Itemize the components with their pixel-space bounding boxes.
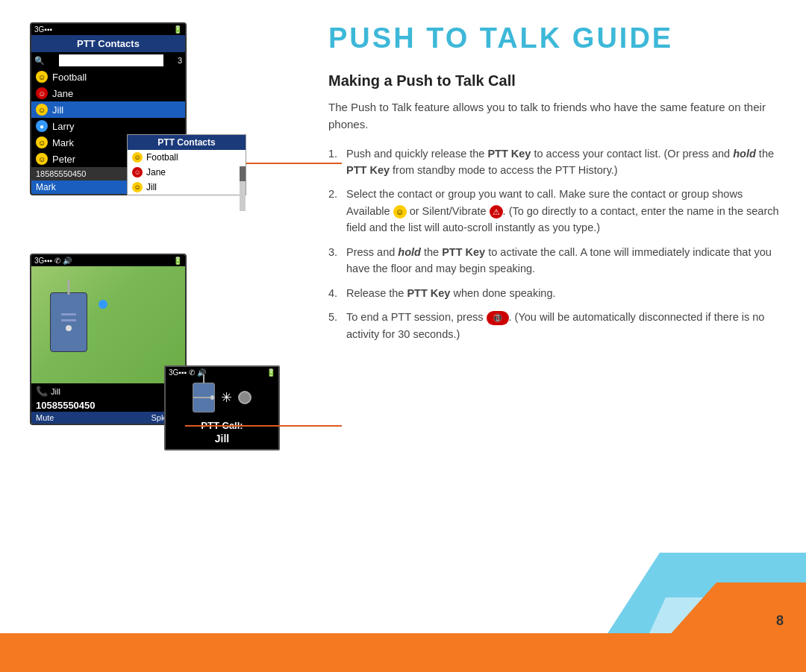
walkie-antenna <box>68 280 70 295</box>
section-heading: Making a Push to Talk Call <box>328 72 784 90</box>
phone1-title: PTT Contacts <box>31 35 185 52</box>
larry-icon: ● <box>36 120 48 132</box>
jill-icon: ☺ <box>36 104 48 116</box>
phone1-status-bar: 3G▪▪▪ 🔋 <box>31 24 185 35</box>
contact-jill-name: Jill <box>52 104 63 116</box>
phone1-battery: 🔋 <box>173 25 182 34</box>
blue-dot <box>99 300 107 309</box>
ptt-popup-title: PTT Contacts <box>128 135 246 150</box>
step1-pttkey2: PTT Key <box>346 164 390 176</box>
phone2-signal: 3G▪▪▪ ✆ 🔊 <box>34 257 72 265</box>
step1-pttkey1: PTT Key <box>487 148 531 160</box>
search-icon: 🔍 <box>34 56 45 66</box>
phone2-battery: 🔋 <box>173 257 182 265</box>
step-3-num: 3. <box>328 244 337 260</box>
step-5-num: 5. <box>328 309 337 325</box>
popup-jill[interactable]: ☺ Jill <box>128 180 246 195</box>
contact-mark-name: Mark <box>52 137 74 148</box>
phone1-search-count: 3 <box>178 56 182 65</box>
mark-icon: ☺ <box>36 136 48 148</box>
step-4-num: 4. <box>328 285 337 301</box>
ptt-call-battery: 🔋 <box>266 368 275 377</box>
contact-peter-name: Peter <box>52 154 75 165</box>
step4-pttkey: PTT Key <box>407 287 450 299</box>
ptt-call-signal: 3G▪▪▪ ✆ 🔊 <box>169 368 206 377</box>
page-title: PUSH TO TALK GUIDE <box>328 22 784 54</box>
contact-football: ☺ Football <box>31 69 185 85</box>
football-icon: ☺ <box>36 71 48 83</box>
popup-football-name: Football <box>146 152 178 163</box>
device-button <box>210 395 214 400</box>
contact-larry-name: Larry <box>52 121 75 132</box>
contact-football-name: Football <box>52 72 87 83</box>
phone-screen-2: 3G▪▪▪ ✆ 🔊 🔋 📞 Jill 10585550450 Mute Spk.… <box>30 254 187 425</box>
walkie-button <box>66 325 72 331</box>
popup-football-icon: ☺ <box>132 152 143 163</box>
silent-icon: ⚠ <box>490 205 503 219</box>
popup-jill-icon: ☺ <box>132 182 143 192</box>
ptt-contacts-popup: PTT Contacts ☺ Football ☺ Jane ☺ Jill <box>127 134 246 195</box>
step3-hold: hold <box>398 246 421 258</box>
step-3: 3. Press and hold the PTT Key to activat… <box>328 244 784 277</box>
right-panel: PUSH TO TALK GUIDE Making a Push to Talk… <box>328 22 784 627</box>
phone1-search-row: 🔍 3 <box>31 52 185 69</box>
steps-list: 1. Push and quickly release the PTT Key … <box>328 145 784 343</box>
step-1: 1. Push and quickly release the PTT Key … <box>328 145 784 179</box>
ptt-call-name: Jill <box>166 433 278 449</box>
peter-icon: ☺ <box>36 153 48 165</box>
device-line2 <box>202 397 211 398</box>
device-line1 <box>193 397 202 398</box>
ptt-device-icon <box>193 383 215 412</box>
phone1-mark-name: Mark <box>36 182 56 192</box>
ptt-call-circle <box>238 391 252 404</box>
step-4: 4. Release the PTT Key when done speakin… <box>328 285 784 301</box>
contact-larry: ● Larry <box>31 118 185 134</box>
popup-football[interactable]: ☺ Football <box>128 150 246 165</box>
step-2: 2. Select the contact or group you want … <box>328 186 784 236</box>
phone2-status-bar: 3G▪▪▪ ✆ 🔊 🔋 <box>31 255 185 266</box>
phone1-search-input[interactable] <box>59 54 163 66</box>
bottom-orange-bar <box>0 633 806 672</box>
ptt-call-spinner-icon: ✳ <box>221 389 232 406</box>
left-panel: 3G▪▪▪ 🔋 PTT Contacts 🔍 3 ☺ Football ☺ Ja… <box>0 0 328 37</box>
walkie-speaker <box>61 313 76 315</box>
popup-jane-icon: ☺ <box>132 167 143 178</box>
popup-scrollbar-thumb[interactable] <box>240 166 246 181</box>
contact-jane-name: Jane <box>52 88 73 99</box>
contact-jane: ☺ Jane <box>31 85 185 101</box>
step1-hold: hold <box>733 148 756 160</box>
step-2-num: 2. <box>328 186 337 202</box>
popup-scrollbar[interactable] <box>240 166 246 211</box>
phone1-signal: 3G▪▪▪ <box>34 25 52 34</box>
popup-jane-name: Jane <box>146 167 166 178</box>
walkie-speaker2 <box>61 319 76 321</box>
ptt-call-icons-row: ✳ <box>166 378 278 417</box>
phone2-screen-bg <box>31 266 185 401</box>
end-call-icon: 📵 <box>487 311 509 325</box>
ptt-device-antenna <box>203 374 204 383</box>
phone2-call-info: 📞 Jill <box>31 383 185 399</box>
walkie-talkie-icon <box>50 292 87 352</box>
phone2-call-icon: 📞 <box>36 386 48 397</box>
available-icon: ☺ <box>393 205 407 219</box>
step-1-num: 1. <box>328 145 337 162</box>
intro-text: The Push to Talk feature allows you to t… <box>328 98 784 134</box>
step3-pttkey: PTT Key <box>442 246 485 258</box>
phone2-contact-name: Jill <box>51 387 60 396</box>
phone2-mute-key[interactable]: Mute <box>36 413 54 422</box>
connector-line-2 <box>185 425 342 427</box>
ptt-call-popup: 3G▪▪▪ ✆ 🔊 🔋 ✳ PTT Call: Jill <box>164 365 280 450</box>
phone2-bottom: 📞 Jill 10585550450 Mute Spk. Off <box>31 383 185 424</box>
step-5: 5. To end a PTT session, press 📵. (You w… <box>328 309 784 342</box>
ptt-call-status: 3G▪▪▪ ✆ 🔊 🔋 <box>166 367 278 378</box>
phone2-number: 10585550450 <box>31 399 185 412</box>
phone2-soft-keys: Mute Spk. Off <box>31 412 185 424</box>
jane-icon: ☺ <box>36 87 48 99</box>
contact-jill[interactable]: ☺ Jill <box>31 101 185 118</box>
popup-jill-name: Jill <box>146 182 157 192</box>
popup-jane[interactable]: ☺ Jane <box>128 165 246 180</box>
